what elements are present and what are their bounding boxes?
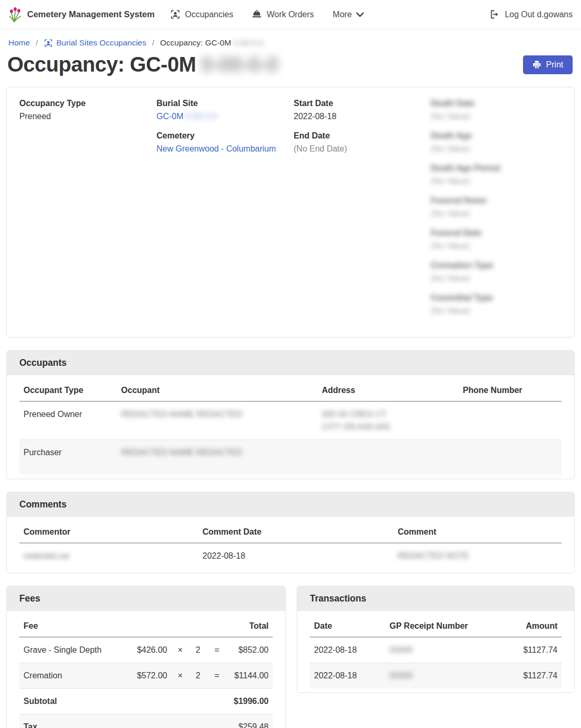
framed-person-icon — [44, 39, 53, 48]
fee-name-cell: Grave - Single Depth — [19, 637, 126, 663]
comments-section-title: Comments — [7, 492, 574, 517]
page-header: Occupancy: GC-0M 0-00-0-0 Print — [0, 48, 581, 78]
col-header-phone: Phone Number — [459, 378, 562, 401]
logout-label: Log Out d.gowans — [505, 10, 573, 19]
chevron-down-icon — [356, 12, 364, 17]
table-row: redacted.usr 2022-08-18 REDACTED NOTE — [19, 543, 562, 569]
nav-item-more[interactable]: More — [333, 10, 364, 19]
table-row: Purchaser REDACTED-NAME REDACTED — [19, 440, 562, 475]
details-col-3: Start Date 2022-08-18 End Date (No End D… — [294, 99, 425, 326]
transaction-amount-cell: $1127.74 — [498, 637, 562, 663]
fee-price-cell: $572.00 — [126, 663, 171, 688]
redacted-comment: REDACTED NOTE — [398, 551, 469, 560]
comments-table: Commentor Comment Date Comment redacted.… — [19, 520, 562, 569]
occupancy-details-card: Occupancy Type Preneed Burial Site GC-0M… — [6, 87, 575, 338]
phone-cell — [459, 440, 562, 475]
comment-date-cell: 2022-08-18 — [199, 543, 394, 569]
app-title: Cemetery Management System — [27, 9, 155, 19]
multiply-sign: × — [171, 663, 189, 688]
col-header-comment: Comment — [393, 520, 562, 543]
table-row: Preneed Owner REDACTED-NAME REDACTED 000… — [19, 401, 562, 440]
field-cemetery: Cemetery New Greenwood - Columbarium — [157, 131, 288, 154]
nav-label-work-orders: Work Orders — [266, 10, 313, 19]
field-burial-site: Burial Site GC-0M 0-00-0-0 — [157, 99, 288, 121]
field-end-date: End Date (No End Date) — [294, 131, 425, 154]
redacted-title-id: 0-00-0-0 — [201, 53, 278, 76]
multiply-sign: × — [171, 637, 189, 663]
sign-out-icon — [490, 10, 500, 19]
fee-qty-cell: 2 — [189, 663, 207, 688]
field-label: End Date — [294, 131, 425, 141]
cemetery-link[interactable]: New Greenwood - Columbarium — [157, 144, 276, 153]
redacted-commentor: redacted.usr — [24, 551, 70, 560]
occupants-section: Occupants Occupant Type Occupant Address… — [6, 350, 575, 479]
top-navbar: Cemetery Management System Occupancies W… — [0, 0, 581, 29]
field-start-date: Start Date 2022-08-18 — [294, 99, 425, 121]
field-occupancy-type: Occupancy Type Preneed — [19, 99, 150, 121]
redacted-field: Cremation Type (No Value) — [431, 261, 562, 283]
col-header-gp-receipt: GP Receipt Number — [386, 614, 499, 637]
hard-hat-icon — [252, 10, 262, 19]
logout-button[interactable]: Log Out d.gowans — [490, 10, 573, 19]
col-header-occupant-type: Occupant Type — [19, 378, 117, 401]
page-title: Occupancy: GC-0M 0-00-0-0 — [7, 53, 278, 76]
nav-label-more: More — [333, 10, 352, 19]
nav-item-occupancies[interactable]: Occupancies — [170, 9, 234, 19]
field-label: Start Date — [294, 99, 425, 108]
fee-price-cell: $426.00 — [126, 637, 171, 663]
transactions-table: Date GP Receipt Number Amount 2022-08-18… — [310, 614, 562, 688]
phone-cell — [459, 401, 562, 440]
subtotal-row: Subtotal $1996.00 — [19, 688, 273, 714]
breadcrumb-current: Occupancy: GC-0M 0-00-0-0 — [160, 38, 264, 48]
redacted-receipt-number: 00000 — [390, 645, 413, 654]
col-header-address: Address — [318, 378, 459, 401]
fees-section: Fees Fee Total Grave - Single Depth $426… — [6, 586, 286, 728]
nav-label-occupancies: Occupancies — [185, 10, 234, 19]
brand: Cemetery Management System — [8, 7, 155, 22]
fees-table: Fee Total Grave - Single Depth $426.00 ×… — [19, 614, 273, 728]
field-value: Preneed — [19, 112, 150, 121]
burial-site-link[interactable]: GC-0M 0-00-0-0 — [157, 112, 218, 121]
redacted-field: Committal Type (No Value) — [431, 293, 562, 316]
tax-row: Tax $259.48 — [19, 714, 273, 728]
print-label: Print — [546, 60, 563, 70]
transaction-date-cell: 2022-08-18 — [310, 663, 386, 688]
redacted-occupant-name: REDACTED-NAME REDACTED — [121, 410, 242, 419]
redacted-address-line: 000 00 CRES CT — [322, 410, 455, 419]
tax-label: Tax — [19, 714, 126, 728]
print-button[interactable]: Print — [523, 55, 573, 74]
transactions-section-title: Transactions — [297, 586, 574, 611]
field-label: Burial Site — [157, 99, 288, 108]
details-col-2: Burial Site GC-0M 0-00-0-0 Cemetery New … — [157, 99, 288, 326]
fee-name-cell: Cremation — [19, 663, 126, 688]
col-header-occupant: Occupant — [117, 378, 318, 401]
equals-sign: = — [207, 637, 227, 663]
redacted-field: Funeral Date (No Value) — [431, 228, 562, 251]
table-row: Grave - Single Depth $426.00 × 2 = $852.… — [19, 637, 273, 663]
subtotal-value: $1996.00 — [126, 688, 273, 714]
redacted-field: Death Age (No Value) — [431, 131, 562, 154]
col-header-fee: Fee — [19, 614, 126, 637]
field-value: 2022-08-18 — [294, 112, 425, 121]
occupant-type-cell: Purchaser — [19, 440, 117, 475]
breadcrumb-separator: / — [36, 38, 38, 48]
details-col-4-redacted: Death Date (No Value) Death Age (No Valu… — [431, 99, 562, 326]
printer-icon — [532, 60, 541, 69]
breadcrumb-occupancies-link[interactable]: Burial Sites Occupancies — [44, 38, 146, 48]
redacted-address-line: CITY ON A0A 0A0 — [322, 422, 455, 432]
breadcrumb-separator: / — [152, 38, 154, 48]
occupant-type-cell: Preneed Owner — [19, 401, 117, 440]
redacted-breadcrumb-id: 0-00-0-0 — [233, 38, 264, 48]
subtotal-label: Subtotal — [19, 688, 126, 714]
table-row: 2022-08-18 00000 $1127.74 — [310, 663, 562, 688]
nav-item-work-orders[interactable]: Work Orders — [252, 10, 313, 19]
transactions-section: Transactions Date GP Receipt Number Amou… — [297, 586, 575, 693]
transaction-date-cell: 2022-08-18 — [310, 637, 386, 663]
fee-total-cell: $1144.00 — [227, 663, 273, 688]
col-header-commentor: Commentor — [19, 520, 199, 543]
comments-section: Comments Commentor Comment Date Comment … — [6, 492, 575, 573]
occupants-section-title: Occupants — [7, 351, 574, 375]
field-label: Occupancy Type — [19, 99, 150, 108]
redacted-field: Death Age Period (No Value) — [431, 164, 562, 186]
breadcrumb-home-link[interactable]: Home — [8, 38, 30, 48]
